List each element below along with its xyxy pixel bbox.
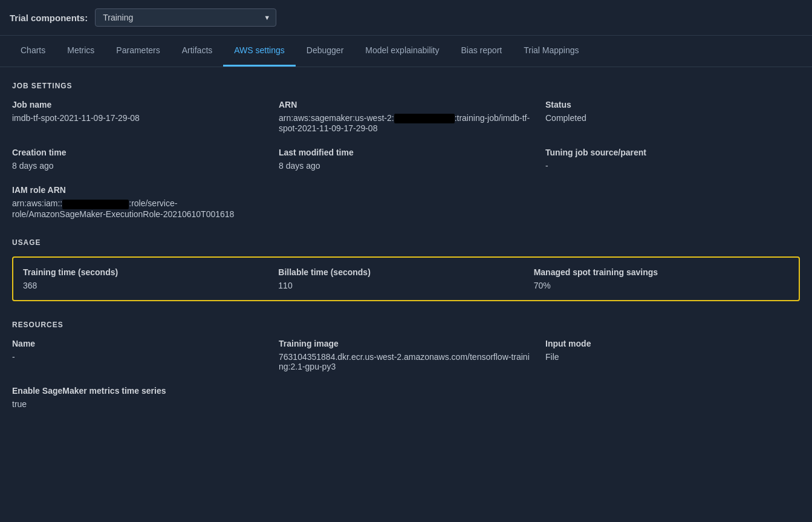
tuning-job-group: Tuning job source/parent -: [545, 148, 800, 171]
trial-dropdown-wrapper: Training: [95, 8, 276, 27]
usage-title: USAGE: [12, 238, 800, 247]
job-settings-section: JOB SETTINGS Job name imdb-tf-spot-2021-…: [12, 82, 800, 219]
tab-artifacts[interactable]: Artifacts: [171, 36, 224, 67]
training-time-group: Training time (seconds) 368: [23, 267, 278, 290]
tab-debugger[interactable]: Debugger: [296, 36, 355, 67]
arn-label: ARN: [279, 100, 533, 109]
creation-time-label: Creation time: [12, 148, 267, 157]
billable-time-label: Billable time (seconds): [278, 267, 533, 277]
billable-time-value: 110: [278, 281, 533, 290]
job-settings-grid: Job name imdb-tf-spot-2021-11-09-17-29-0…: [12, 100, 800, 219]
tuning-job-label: Tuning job source/parent: [545, 148, 800, 157]
nav-tabs: Charts Metrics Parameters Artifacts AWS …: [0, 36, 812, 67]
usage-grid: Training time (seconds) 368 Billable tim…: [23, 267, 789, 290]
arn-value: arn:aws:sagemaker:us-west-2: :training-j…: [279, 113, 533, 133]
input-mode-label: Input mode: [545, 339, 800, 348]
usage-section: USAGE Training time (seconds) 368 Billab…: [12, 238, 800, 301]
main-content: JOB SETTINGS Job name imdb-tf-spot-2021-…: [0, 67, 812, 443]
last-modified-label: Last modified time: [279, 148, 533, 157]
header-bar: Trial components: Training: [0, 0, 812, 36]
iam-redacted: [62, 200, 129, 209]
spot-savings-group: Managed spot training savings 70%: [534, 267, 789, 290]
status-group: Status Completed: [545, 100, 800, 133]
tab-trial-mappings[interactable]: Trial Mappings: [513, 36, 590, 67]
job-name-label: Job name: [12, 100, 267, 109]
training-image-label: Training image: [279, 339, 533, 348]
tab-parameters[interactable]: Parameters: [105, 36, 171, 67]
enable-metrics-label: Enable SageMaker metrics time series: [12, 386, 267, 396]
status-value: Completed: [545, 113, 800, 123]
training-time-label: Training time (seconds): [23, 267, 278, 277]
job-name-group: Job name imdb-tf-spot-2021-11-09-17-29-0…: [12, 100, 267, 133]
input-mode-value: File: [545, 352, 800, 362]
status-label: Status: [545, 100, 800, 109]
tab-bias-report[interactable]: Bias report: [450, 36, 513, 67]
resources-section: RESOURCES Name - Training image 76310435…: [12, 321, 800, 409]
arn-redacted: [394, 114, 455, 123]
tab-model-explainability[interactable]: Model explainability: [354, 36, 450, 67]
iam-role-value: arn:aws:iam:: :role/service-role/AmazonS…: [12, 198, 267, 218]
job-settings-title: JOB SETTINGS: [12, 82, 800, 90]
iam-role-label: IAM role ARN: [12, 185, 267, 195]
job-name-value: imdb-tf-spot-2021-11-09-17-29-08: [12, 113, 267, 123]
usage-box: Training time (seconds) 368 Billable tim…: [12, 256, 800, 301]
resource-name-label: Name: [12, 339, 267, 348]
tab-aws-settings[interactable]: AWS settings: [223, 36, 296, 67]
billable-time-group: Billable time (seconds) 110: [278, 267, 533, 290]
arn-group: ARN arn:aws:sagemaker:us-west-2: :traini…: [279, 100, 533, 133]
resource-name-value: -: [12, 352, 267, 362]
spot-savings-label: Managed spot training savings: [534, 267, 789, 277]
training-image-value: 763104351884.dkr.ecr.us-west-2.amazonaws…: [279, 352, 533, 371]
enable-metrics-value: true: [12, 399, 267, 409]
enable-metrics-group: Enable SageMaker metrics time series tru…: [12, 386, 267, 409]
resource-name-group: Name -: [12, 339, 267, 371]
tab-metrics[interactable]: Metrics: [56, 36, 105, 67]
tuning-job-value: -: [545, 161, 800, 171]
creation-time-value: 8 days ago: [12, 161, 267, 171]
training-time-value: 368: [23, 281, 278, 290]
iam-role-group: IAM role ARN arn:aws:iam:: :role/service…: [12, 185, 267, 218]
last-modified-group: Last modified time 8 days ago: [279, 148, 533, 171]
trial-components-label: Trial components:: [10, 13, 88, 23]
training-image-group: Training image 763104351884.dkr.ecr.us-w…: [279, 339, 533, 371]
input-mode-group: Input mode File: [545, 339, 800, 371]
trial-dropdown[interactable]: Training: [95, 8, 276, 27]
last-modified-value: 8 days ago: [279, 161, 533, 171]
resources-title: RESOURCES: [12, 321, 800, 329]
resources-grid: Name - Training image 763104351884.dkr.e…: [12, 339, 800, 409]
spot-savings-value: 70%: [534, 281, 789, 290]
creation-time-group: Creation time 8 days ago: [12, 148, 267, 171]
tab-charts[interactable]: Charts: [10, 36, 56, 67]
